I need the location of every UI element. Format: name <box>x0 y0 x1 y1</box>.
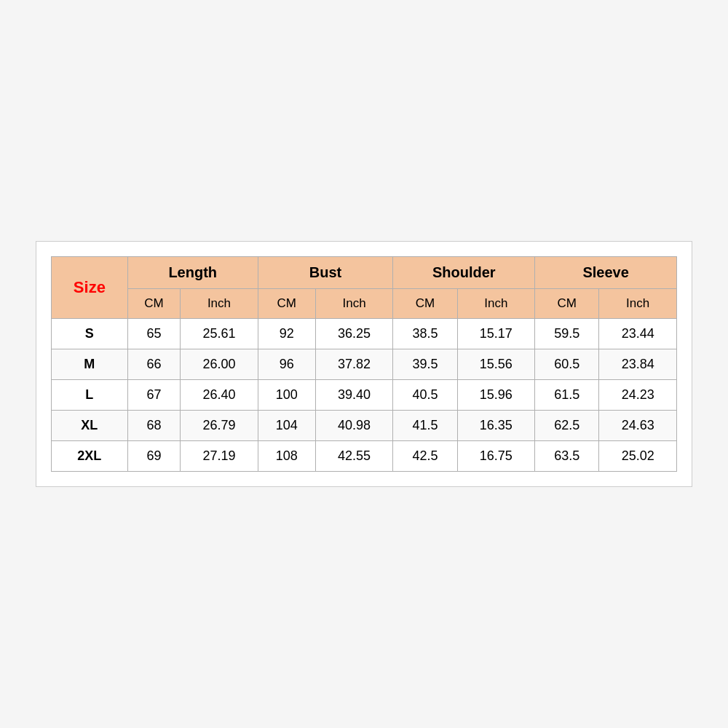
sleeve-cm-S: 59.5 <box>535 319 599 349</box>
length-header: Length <box>127 257 258 289</box>
shoulder-in-S: 15.17 <box>457 319 535 349</box>
length-cm-header: CM <box>127 289 180 319</box>
table-row: L6726.4010039.4040.515.9661.524.23 <box>52 380 677 411</box>
length-cm-L: 67 <box>127 380 180 411</box>
shoulder-in-2XL: 16.75 <box>457 441 535 472</box>
length-in-2XL: 27.19 <box>181 441 258 472</box>
sleeve-cm-XL: 62.5 <box>535 411 599 441</box>
length-in-M: 26.00 <box>181 349 258 380</box>
bust-cm-L: 100 <box>258 380 315 411</box>
length-inch-header: Inch <box>181 289 258 319</box>
length-cm-M: 66 <box>127 349 180 380</box>
sleeve-cm-2XL: 63.5 <box>535 441 599 472</box>
table-row: XL6826.7910440.9841.516.3562.524.63 <box>52 411 677 441</box>
sleeve-cm-M: 60.5 <box>535 349 599 380</box>
length-cm-XL: 68 <box>127 411 180 441</box>
size-cell-L: L <box>52 380 128 411</box>
sleeve-in-S: 23.44 <box>599 319 677 349</box>
shoulder-cm-S: 38.5 <box>393 319 457 349</box>
table-row: M6626.009637.8239.515.5660.523.84 <box>52 349 677 380</box>
shoulder-in-M: 15.56 <box>457 349 535 380</box>
bust-cm-2XL: 108 <box>258 441 315 472</box>
size-chart-wrapper: Size Length Bust Shoulder Sleeve CM Inch… <box>36 241 692 487</box>
shoulder-in-XL: 16.35 <box>457 411 535 441</box>
bust-in-L: 39.40 <box>315 380 393 411</box>
bust-in-2XL: 42.55 <box>315 441 393 472</box>
length-cm-S: 65 <box>127 319 180 349</box>
sleeve-cm-header: CM <box>535 289 599 319</box>
shoulder-inch-header: Inch <box>457 289 535 319</box>
table-row: 2XL6927.1910842.5542.516.7563.525.02 <box>52 441 677 472</box>
sleeve-in-2XL: 25.02 <box>599 441 677 472</box>
size-cell-M: M <box>52 349 128 380</box>
length-in-S: 25.61 <box>181 319 258 349</box>
length-in-XL: 26.79 <box>181 411 258 441</box>
bust-in-XL: 40.98 <box>315 411 393 441</box>
size-cell-S: S <box>52 319 128 349</box>
sleeve-cm-L: 61.5 <box>535 380 599 411</box>
size-cell-2XL: 2XL <box>52 441 128 472</box>
bust-in-M: 37.82 <box>315 349 393 380</box>
shoulder-cm-header: CM <box>393 289 457 319</box>
sleeve-header: Sleeve <box>535 257 677 289</box>
bust-cm-M: 96 <box>258 349 315 380</box>
sleeve-inch-header: Inch <box>599 289 677 319</box>
size-header: Size <box>52 257 128 319</box>
shoulder-in-L: 15.96 <box>457 380 535 411</box>
sleeve-in-L: 24.23 <box>599 380 677 411</box>
table-row: S6525.619236.2538.515.1759.523.44 <box>52 319 677 349</box>
shoulder-cm-L: 40.5 <box>393 380 457 411</box>
shoulder-header: Shoulder <box>393 257 535 289</box>
length-in-L: 26.40 <box>181 380 258 411</box>
length-cm-2XL: 69 <box>127 441 180 472</box>
size-cell-XL: XL <box>52 411 128 441</box>
shoulder-cm-M: 39.5 <box>393 349 457 380</box>
bust-cm-XL: 104 <box>258 411 315 441</box>
sleeve-in-XL: 24.63 <box>599 411 677 441</box>
shoulder-cm-XL: 41.5 <box>393 411 457 441</box>
bust-in-S: 36.25 <box>315 319 393 349</box>
shoulder-cm-2XL: 42.5 <box>393 441 457 472</box>
sleeve-in-M: 23.84 <box>599 349 677 380</box>
bust-cm-S: 92 <box>258 319 315 349</box>
bust-inch-header: Inch <box>315 289 393 319</box>
bust-cm-header: CM <box>258 289 315 319</box>
size-chart-table: Size Length Bust Shoulder Sleeve CM Inch… <box>51 256 677 472</box>
bust-header: Bust <box>258 257 393 289</box>
